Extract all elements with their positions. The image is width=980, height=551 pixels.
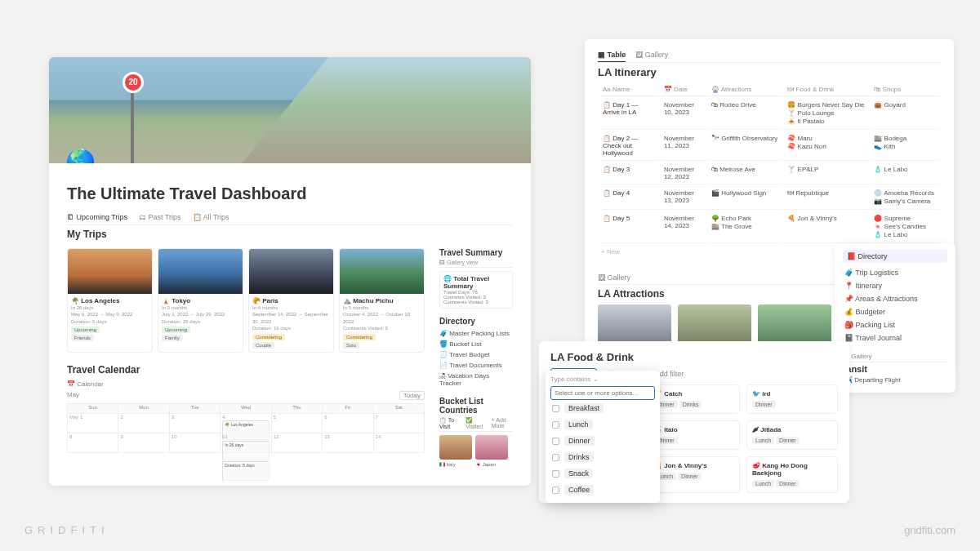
calendar-cell[interactable]: 4🌴 Los AngelesIn 26 daysDuration: 5 days <box>220 414 271 433</box>
table-row[interactable]: 📋 Day 2 — Check out HollywoodNovember 11… <box>599 131 939 161</box>
sidebar-item[interactable]: 🧳 Trip Logistics <box>843 266 947 279</box>
travel-summary: Travel Summary 🖼 Gallery view 🌐 Total Tr… <box>439 248 513 309</box>
calendar-cell[interactable]: 3 <box>170 414 220 433</box>
bucket-tab-add[interactable]: + Add More <box>492 417 513 429</box>
checkbox-icon[interactable] <box>552 421 559 429</box>
directory-block: Directory 🧳 Master Packing Lists🪣 Bucket… <box>439 317 513 389</box>
calendar-cell[interactable]: 9 <box>118 433 169 453</box>
calendar-cell[interactable]: 2 <box>118 414 169 433</box>
sidebar-item[interactable]: 📓 Travel Journal <box>843 331 947 344</box>
calendar-cell[interactable]: 8 <box>68 433 118 453</box>
column-header[interactable]: 🍽 Food & Drink <box>784 83 869 96</box>
summary-view[interactable]: 🖼 Gallery view <box>439 260 513 268</box>
sidebar-item[interactable]: 💰 Budgeter <box>843 305 947 318</box>
sidebar-item[interactable]: 📌 Areas & Attractions <box>843 292 947 305</box>
checkbox-icon[interactable] <box>552 487 559 494</box>
bucket-card[interactable] <box>439 435 472 460</box>
checkbox-icon[interactable] <box>552 438 559 445</box>
bucket-title: Bucket List Countries <box>439 397 513 415</box>
calendar-cell[interactable]: 7 <box>374 414 425 433</box>
filter-option[interactable]: Breakfast <box>550 400 655 416</box>
calendar-cell[interactable]: 13 <box>323 433 373 453</box>
directory-item[interactable]: 🪣 Bucket List <box>439 339 513 349</box>
calendar-cell[interactable]: 10 <box>170 433 220 453</box>
filter-option[interactable]: Snack <box>550 465 655 482</box>
food-card[interactable]: 🥩 Kang Ho Dong Baekjong LunchDinner <box>746 456 838 493</box>
table-row[interactable]: 📋 Day 4November 13, 2023 🎬 Hollywood Sig… <box>599 186 939 210</box>
filter-option[interactable]: Lunch <box>550 416 655 433</box>
globe-icon: 🌐 <box>443 275 452 282</box>
watermark-left: GRIDFITI <box>24 524 109 536</box>
calendar-month: May <box>67 391 79 400</box>
tab-past[interactable]: 🗂 Past Trips <box>139 213 181 221</box>
column-header[interactable]: 🎡 Attractions <box>708 83 782 96</box>
sidebar-panel: 📕 Directory 🧳 Trip Logistics📍 Itinerary📌… <box>835 243 956 393</box>
itinerary-table[interactable]: Aa Name📅 Date🎡 Attractions🍽 Food & Drink… <box>598 82 941 245</box>
sidebar-subitem[interactable]: ✈️ Departing Flight <box>843 374 947 386</box>
trip-card[interactable]: ⛰️ Machu Pichu In 5 months October 4, 20… <box>339 248 425 353</box>
trip-card[interactable]: 🌴 Los Angeles In 26 days May 6, 2022 → M… <box>67 248 153 353</box>
filter-option[interactable]: Coffee <box>550 482 655 498</box>
speed-sign: 20 <box>122 72 144 93</box>
food-card[interactable]: 🌶 Jitlada LunchDinner <box>746 420 838 450</box>
calendar-dow: Mon <box>118 404 169 414</box>
filter-option[interactable]: Drinks <box>550 449 655 465</box>
food-title: LA Food & Drink <box>550 351 838 363</box>
tab-gallery[interactable]: 🖼 Gallery <box>635 51 668 59</box>
trip-tabs[interactable]: 🗓 Upcoming Trips 🗂 Past Trips 📋 All Trip… <box>67 213 513 225</box>
directory-item[interactable]: 🏖 Vacation Days Tracker <box>439 371 513 389</box>
sidebar-subtab[interactable]: 🖼 Gallery <box>843 353 947 362</box>
tab-all[interactable]: 📋 All Trips <box>193 213 229 221</box>
calendar-heading: Travel Calendar <box>67 364 425 375</box>
calendar-cell[interactable]: May 1 <box>68 414 118 433</box>
calendar-cell[interactable]: 12 <box>272 433 323 453</box>
checkbox-icon[interactable] <box>552 454 559 461</box>
bucket-tab-visited[interactable]: ✅ Visited <box>466 417 484 429</box>
sidebar-header[interactable]: 📕 Directory <box>843 250 947 263</box>
calendar-view[interactable]: 📅 Calendar <box>67 380 425 388</box>
bucket-block: Bucket List Countries 📋 To Visit ✅ Visit… <box>439 397 513 467</box>
page-title: The Ultimate Travel Dashboard <box>67 184 513 203</box>
checkbox-icon[interactable] <box>552 405 559 412</box>
table-row[interactable]: 📋 Day 1 — Arrive in LANovember 10, 2023 … <box>599 98 939 130</box>
trips-heading: My Trips <box>67 229 513 240</box>
calendar-cell[interactable]: 14 <box>374 433 425 453</box>
tab-upcoming[interactable]: 🗓 Upcoming Trips <box>67 213 127 221</box>
calendar-grid[interactable]: SunMonTueWedThuFriSatMay 1234🌴 Los Angel… <box>67 403 425 453</box>
calendar-dow: Wed <box>220 404 271 414</box>
calendar-cell[interactable]: 11 <box>220 433 271 453</box>
directory-item[interactable]: 📄 Travel Documents <box>439 360 513 371</box>
column-header[interactable]: 📅 Date <box>661 83 706 96</box>
directory-item[interactable]: 🧾 Travel Budget <box>439 349 513 360</box>
checkbox-icon[interactable] <box>552 470 559 478</box>
bucket-card[interactable] <box>475 435 508 460</box>
bucket-tab-visit[interactable]: 📋 To Visit <box>439 417 459 429</box>
summary-row: Continents Visited: 3 <box>443 300 509 304</box>
food-card[interactable]: 🐦 ird Dinner <box>746 384 838 414</box>
trip-card[interactable]: 🥐 Paris In 4 months September 14, 2022 →… <box>248 248 334 353</box>
trips-gallery: 🌴 Los Angeles In 26 days May 6, 2022 → M… <box>67 248 425 353</box>
calendar-dow: Sun <box>68 404 118 414</box>
calendar-dow: Sat <box>374 404 425 414</box>
filter-search-input[interactable] <box>550 386 655 400</box>
sidebar-item[interactable]: 🎒 Packing List <box>843 318 947 331</box>
tab-table[interactable]: ▦ Table <box>598 51 626 62</box>
cover-image: 20 🌎 <box>49 57 531 163</box>
trip-card[interactable]: 🗼 Tokyo In 2 months July 1, 2022 → July … <box>158 248 243 353</box>
table-row[interactable]: 📋 Day 5November 14, 2023 🌳 Echo Park🏬 Th… <box>599 211 939 243</box>
food-card[interactable]: 🍕 Jon & Vinny's LunchDinner <box>648 456 740 493</box>
itinerary-title: LA Itinerary <box>598 66 941 78</box>
calendar-cell[interactable]: 5 <box>272 414 323 433</box>
calendar-cell[interactable]: 6 <box>323 414 373 433</box>
directory-item[interactable]: 🧳 Master Packing Lists <box>439 328 513 339</box>
calendar-today[interactable]: Today <box>399 391 425 400</box>
food-card[interactable]: 🍸 Catch DinnerDrinks <box>648 384 740 414</box>
table-row[interactable]: 📋 Day 3November 12, 2023 🛍 Melrose Ave🍸 … <box>599 162 939 184</box>
food-card[interactable]: 🍝 itaio Dinner <box>648 420 740 450</box>
sidebar-item[interactable]: 📍 Itinerary <box>843 279 947 292</box>
filter-option[interactable]: Dinner <box>550 433 655 449</box>
watermark-right: gridfiti.com <box>904 524 956 536</box>
column-header[interactable]: 🛍 Shops <box>871 83 939 96</box>
filter-popup[interactable]: Type contains ⌄ BreakfastLunchDinnerDrin… <box>546 371 660 503</box>
column-header[interactable]: Aa Name <box>599 83 659 96</box>
